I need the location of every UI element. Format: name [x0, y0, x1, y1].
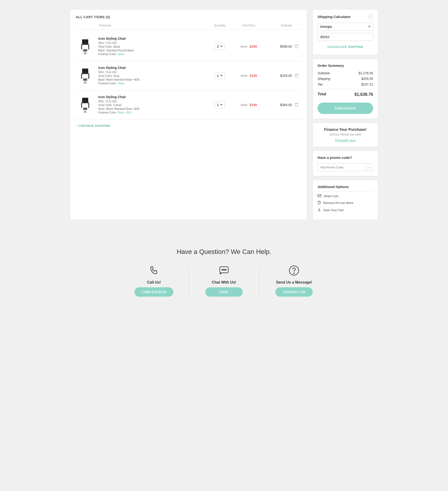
summary-subtotal-row: Subtotal $1,276.00: [318, 71, 373, 75]
phone-icon: [148, 265, 160, 277]
summary-tax-row: Tax $107.21: [318, 83, 373, 86]
contact-us-title: Send Us a Message!: [276, 280, 312, 284]
order-summary-card: Order Summary Subtotal $1,276.00 Shippin…: [313, 59, 378, 119]
additional-options-card: Additional Options Share Cart Remove All…: [313, 180, 378, 220]
svg-rect-1: [82, 44, 89, 45]
item-base: Base: Black Standard Base +$30: [98, 78, 206, 81]
item-price: $319 $299: [234, 45, 264, 48]
state-select[interactable]: Georgia Alabama Alaska Arizona Californi…: [318, 23, 373, 31]
prequalify-link[interactable]: Prequalify Now: [335, 139, 355, 142]
svg-rect-20: [83, 108, 87, 109]
svg-point-26: [222, 269, 223, 270]
item-quantity[interactable]: 1 2 3: [206, 72, 234, 79]
item-image: [76, 66, 94, 85]
quantity-select[interactable]: 1 2 3: [214, 101, 225, 108]
promo-code-input[interactable]: [318, 163, 366, 171]
item-info: Icon Styling Chair SKU: YLG-192 Vinyl Co…: [98, 66, 206, 85]
quantity-select[interactable]: 1 2 3 4 5: [214, 43, 225, 50]
item-quantity[interactable]: 1 2 3 4 5: [206, 43, 234, 50]
chat-button[interactable]: CHAT: [205, 287, 243, 297]
cart-section: ALL CART ITEMS (4) Products Quantity Uni…: [70, 9, 307, 220]
col-header-products: Products: [76, 24, 206, 27]
svg-rect-10: [81, 74, 82, 79]
download-icon: [318, 208, 321, 212]
quantity-select[interactable]: 1 2 3: [214, 72, 225, 79]
shipping-calculator-title: Shipping Calculator: [318, 15, 351, 19]
contact-us-button[interactable]: CONTACT US: [275, 287, 313, 297]
share-cart-option[interactable]: Share Cart: [318, 194, 373, 198]
remove-all-items-option[interactable]: Remove All Cart Items: [318, 201, 373, 205]
share-cart-label: Share Cart: [324, 194, 338, 198]
col-header-unit-price: Unit Price: [234, 24, 264, 27]
item-footrest: Footrest Color: Silver: [98, 53, 206, 56]
remove-all-label: Remove All Cart Items: [323, 201, 353, 205]
item-sku: SKU: YLG-192: [98, 71, 206, 74]
additional-options-title: Additional Options: [318, 185, 373, 191]
zip-code-input[interactable]: [318, 33, 373, 41]
help-options: Call Us! 1-866-315-5319 Chat With Us! CH…: [119, 265, 329, 297]
col-header-quantity: Quantity: [206, 24, 234, 27]
svg-point-7: [83, 53, 87, 54]
table-row: Icon Styling Chair SKU: YLG-192 Vinyl Co…: [76, 32, 301, 61]
cart-title: ALL CART ITEMS (4): [76, 15, 301, 19]
col-header-subtotal: Subtotal: [264, 24, 292, 27]
item-price: $369 $349: [234, 103, 264, 107]
question-icon: [288, 265, 300, 277]
svg-point-15: [83, 82, 87, 83]
item-quantity[interactable]: 1 2 3: [206, 101, 234, 108]
call-us-title: Call Us!: [147, 280, 161, 284]
item-subtotal: $598.00: [264, 45, 292, 48]
cart-header: Products Quantity Unit Price Subtotal: [76, 24, 301, 30]
item-name: Icon Styling Chair: [98, 95, 206, 99]
help-icon[interactable]: ?: [368, 14, 373, 19]
item-vinyl: Vinyl Color: Gray: [98, 74, 206, 77]
call-us-option: Call Us! 1-866-315-5319: [119, 265, 189, 297]
contact-us-option: Send Us a Message! CONTACT US: [259, 265, 329, 297]
chevron-left-icon: ‹: [76, 124, 77, 128]
finance-title: Finance Your Purchase!: [318, 128, 373, 132]
table-row: Icon Styling Chair SKU: YLG-192 Vinyl Co…: [76, 61, 301, 90]
promo-input-wrap: ›: [318, 163, 373, 171]
svg-point-28: [225, 269, 226, 270]
summary-shipping-row: Shipping $255.55: [318, 77, 373, 81]
save-cart-option[interactable]: Save Your Cart: [318, 208, 373, 212]
item-sku: SKU: YLG-192: [98, 100, 206, 103]
item-vinyl: Vinyl Color: Black: [98, 45, 206, 48]
item-name: Icon Styling Chair: [98, 66, 206, 70]
trash-icon: [318, 201, 321, 205]
svg-rect-11: [88, 74, 89, 79]
delete-item-button[interactable]: [292, 73, 301, 78]
svg-point-30: [294, 273, 294, 274]
delete-item-button[interactable]: [292, 103, 301, 107]
svg-rect-16: [82, 98, 88, 102]
sidebar: Shipping Calculator ? Georgia Alabama Al…: [313, 9, 378, 220]
shipping-header: Shipping Calculator ?: [318, 14, 373, 19]
svg-point-27: [224, 269, 224, 270]
promo-submit-button[interactable]: ›: [366, 163, 373, 171]
item-subtotal: $329.00: [264, 74, 292, 77]
item-info: Icon Styling Chair SKU: YLG-192 Vinyl Co…: [98, 37, 206, 56]
item-sku: SKU: YLG-192: [98, 41, 206, 45]
item-image: [76, 95, 94, 114]
svg-rect-2: [81, 44, 82, 49]
svg-rect-4: [83, 49, 87, 50]
item-vinyl: Vinyl Color: Camel: [98, 104, 206, 107]
envelope-icon: [318, 194, 321, 198]
item-base: Base: Black Standard Base +$30: [98, 107, 206, 111]
checkout-button[interactable]: CHECKOUT: [318, 103, 373, 114]
svg-rect-0: [82, 39, 88, 44]
order-summary-title: Order Summary: [318, 64, 373, 67]
promo-title: Have a promo code?: [318, 156, 373, 160]
item-base: Base: Standard Round Base: [98, 49, 206, 52]
calculate-shipping-button[interactable]: CALCULATE SHIPPING: [318, 44, 373, 50]
call-us-button[interactable]: 1-866-315-5319: [134, 287, 173, 297]
continue-shopping-link[interactable]: ‹ CONTINUE SHOPPING: [76, 124, 110, 128]
finance-rates: RATES FROM 0% APR: [318, 133, 373, 136]
item-price: $349 $329: [234, 74, 264, 77]
delete-item-button[interactable]: [292, 44, 301, 49]
item-footrest: Footrest Color: Black +$20: [98, 111, 206, 114]
finance-card: Finance Your Purchase! RATES FROM 0% APR…: [313, 123, 378, 147]
svg-rect-9: [82, 73, 89, 74]
shipping-calculator-card: Shipping Calculator ? Georgia Alabama Al…: [313, 9, 378, 55]
svg-rect-3: [88, 44, 89, 49]
